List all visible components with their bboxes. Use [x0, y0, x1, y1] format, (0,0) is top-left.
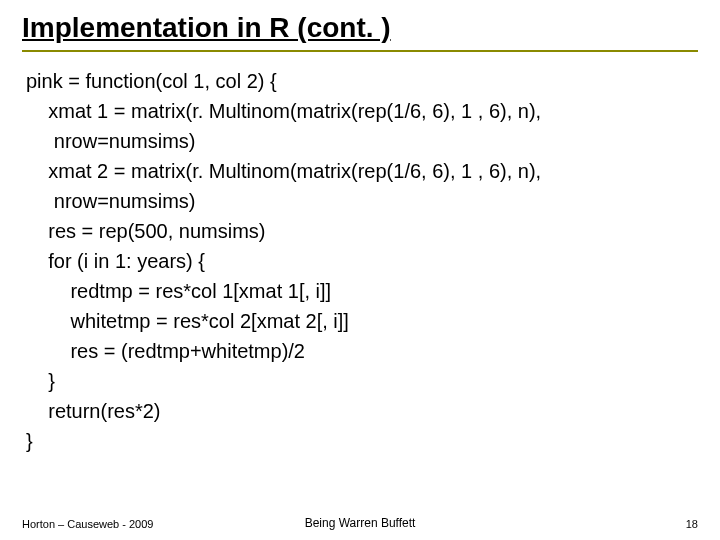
- code-line: xmat 1 = matrix(r. Multinom(matrix(rep(1…: [26, 100, 541, 122]
- code-line: }: [26, 430, 33, 452]
- code-line: return(res*2): [26, 400, 160, 422]
- code-line: pink = function(col 1, col 2) {: [26, 70, 277, 92]
- code-line: redtmp = res*col 1[xmat 1[, i]]: [26, 280, 331, 302]
- slide-title: Implementation in R (cont. ): [22, 12, 698, 52]
- footer-center: Being Warren Buffett: [305, 516, 416, 530]
- code-line: res = rep(500, numsims): [26, 220, 266, 242]
- slide-number: 18: [686, 518, 698, 530]
- code-line: for (i in 1: years) {: [26, 250, 205, 272]
- code-line: nrow=numsims): [26, 190, 195, 212]
- code-line: nrow=numsims): [26, 130, 195, 152]
- footer-left: Horton – Causeweb - 2009: [22, 518, 153, 530]
- code-line: }: [26, 370, 55, 392]
- code-line: xmat 2 = matrix(r. Multinom(matrix(rep(1…: [26, 160, 541, 182]
- code-line: whitetmp = res*col 2[xmat 2[, i]]: [26, 310, 349, 332]
- code-line: res = (redtmp+whitetmp)/2: [26, 340, 305, 362]
- code-block: pink = function(col 1, col 2) { xmat 1 =…: [26, 66, 698, 456]
